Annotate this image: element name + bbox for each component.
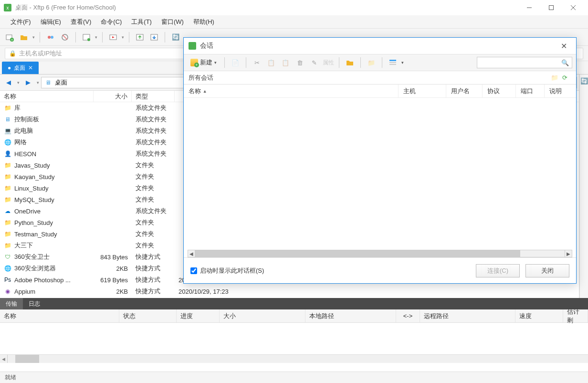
dialog-h-scrollbar[interactable]: ◀▶ bbox=[188, 250, 572, 257]
file-type: 快捷方式 bbox=[132, 276, 175, 284]
tcol-status[interactable]: 状态 bbox=[119, 309, 177, 322]
dialog-icon bbox=[189, 42, 196, 50]
properties-label[interactable]: 属性 bbox=[323, 59, 334, 67]
col-type[interactable]: 类型 bbox=[132, 91, 175, 102]
dialog-footer: 启动时显示此对话框(S) 连接(C) 关闭 bbox=[184, 257, 576, 283]
tab-log[interactable]: 日志 bbox=[23, 298, 46, 309]
new-folder-icon bbox=[190, 59, 198, 66]
close-dialog-button[interactable]: 关闭 bbox=[525, 264, 569, 277]
tcol-local[interactable]: 本地路径 bbox=[305, 309, 396, 322]
sync-refresh-icon[interactable]: 🔄 bbox=[580, 77, 588, 85]
disconnect-icon[interactable] bbox=[45, 32, 56, 43]
file-row[interactable]: ◉Appium2KB快捷方式2020/10/29, 17:23 bbox=[0, 286, 579, 297]
close-button[interactable] bbox=[562, 0, 584, 15]
tcol-name[interactable]: 名称 bbox=[0, 309, 119, 322]
tcol-remote[interactable]: 远程路径 bbox=[420, 309, 515, 322]
svg-rect-1 bbox=[549, 6, 554, 10]
startup-checkbox-input[interactable] bbox=[190, 267, 197, 274]
maximize-button[interactable] bbox=[540, 0, 562, 15]
file-name: Linux_Study bbox=[14, 185, 49, 192]
status-text: 就绪 bbox=[5, 373, 16, 382]
search-icon: 🔍 bbox=[561, 59, 569, 66]
tab-label: 桌面 bbox=[14, 64, 25, 72]
file-size: 2KB bbox=[94, 265, 132, 272]
desktop-icon: 🖥 bbox=[44, 79, 52, 86]
file-name: Appium bbox=[14, 288, 35, 295]
open-folder-icon[interactable] bbox=[18, 32, 30, 43]
cut-icon[interactable]: ✂ bbox=[251, 57, 262, 68]
tcol-dir[interactable]: <-> bbox=[396, 309, 420, 322]
app-icon: x bbox=[4, 4, 11, 11]
download-icon[interactable] bbox=[148, 32, 160, 43]
file-type-icon: 💻 bbox=[4, 127, 11, 135]
file-name: Javas_Study bbox=[14, 162, 50, 169]
file-type-icon: 👤 bbox=[4, 150, 11, 158]
new-session-icon[interactable]: + bbox=[4, 32, 15, 43]
paste-icon[interactable]: 📋 bbox=[280, 57, 291, 68]
play-icon[interactable] bbox=[107, 32, 119, 43]
file-type-icon: 📁 bbox=[4, 196, 11, 203]
folder-icon[interactable] bbox=[344, 57, 356, 68]
file-type: 快捷方式 bbox=[132, 264, 175, 273]
file-type-icon: 🌐 bbox=[4, 265, 11, 272]
view-icon[interactable] bbox=[387, 57, 399, 68]
new-session-button[interactable]: 新建 ▾ bbox=[188, 56, 220, 69]
up-folder-icon[interactable]: 📁 bbox=[366, 57, 377, 68]
file-type-icon: ☁ bbox=[4, 207, 11, 215]
tcol-eta[interactable]: 估计剩 bbox=[563, 309, 588, 322]
sync-icon[interactable] bbox=[81, 32, 92, 43]
dialog-search-input[interactable]: 🔍 bbox=[477, 57, 572, 68]
connect-button[interactable]: 连接(C) bbox=[476, 264, 520, 277]
tcol-progress[interactable]: 进度 bbox=[177, 309, 220, 322]
menu-command[interactable]: 命令(C) bbox=[96, 16, 126, 28]
copy-icon[interactable]: 📄 bbox=[230, 57, 241, 68]
upload-icon[interactable] bbox=[134, 32, 146, 43]
folder-path-icon[interactable]: 📁 bbox=[551, 74, 558, 81]
forward-button[interactable]: ▶ bbox=[21, 77, 35, 88]
dcol-port[interactable]: 端口 bbox=[516, 85, 545, 97]
tab-transfer[interactable]: 传输 bbox=[0, 298, 23, 309]
file-type: 系统文件夹 bbox=[132, 127, 175, 135]
status-bar: 就绪 bbox=[0, 372, 588, 383]
tab-desktop[interactable]: ● 桌面 ✕ bbox=[2, 62, 39, 74]
copy2-icon[interactable]: 📋 bbox=[265, 57, 277, 68]
file-type-icon: 🖥 bbox=[4, 116, 11, 123]
file-type: 文件夹 bbox=[132, 218, 175, 227]
right-collapsed-panel: 🔄 bbox=[579, 74, 588, 298]
back-button[interactable]: ◀ bbox=[2, 77, 15, 88]
tcol-size[interactable]: 大小 bbox=[220, 309, 305, 322]
menu-window[interactable]: 窗口(W) bbox=[157, 16, 189, 28]
dialog-column-headers: 名称 ▲ 主机 用户名 协议 端口 说明 bbox=[184, 85, 576, 98]
refresh-icon[interactable]: 🔄 bbox=[170, 32, 181, 43]
menu-file[interactable]: 文件(F) bbox=[6, 16, 36, 28]
dcol-proto[interactable]: 协议 bbox=[483, 85, 516, 97]
svg-point-12 bbox=[87, 38, 90, 41]
startup-checkbox[interactable]: 启动时显示此对话框(S) bbox=[190, 266, 264, 275]
dialog-close-button[interactable]: ✕ bbox=[556, 39, 571, 53]
dcol-name[interactable]: 名称 ▲ bbox=[184, 85, 399, 97]
file-name: MySQL_Study bbox=[14, 196, 54, 203]
minimize-button[interactable] bbox=[518, 0, 540, 15]
dcol-desc[interactable]: 说明 bbox=[545, 85, 576, 97]
menu-help[interactable]: 帮助(H) bbox=[189, 16, 219, 28]
dcol-user[interactable]: 用户名 bbox=[446, 85, 483, 97]
file-name: Testman_Study bbox=[14, 231, 57, 238]
rename-icon[interactable]: ✎ bbox=[308, 57, 320, 68]
menu-view[interactable]: 查看(V) bbox=[66, 16, 96, 28]
dcol-host[interactable]: 主机 bbox=[399, 85, 446, 97]
dialog-session-list[interactable]: ◀▶ bbox=[184, 98, 576, 257]
dialog-titlebar: 会话 ✕ bbox=[184, 38, 576, 54]
file-name: Kaoyan_Study bbox=[14, 173, 55, 181]
tcol-speed[interactable]: 速度 bbox=[515, 309, 563, 322]
horizontal-scrollbar[interactable]: ◀ bbox=[0, 354, 588, 363]
menu-edit[interactable]: 编辑(E) bbox=[36, 16, 66, 28]
col-size[interactable]: 大小 bbox=[94, 91, 132, 102]
delete-icon[interactable]: 🗑 bbox=[294, 57, 305, 68]
close-icon[interactable]: ✕ bbox=[28, 64, 33, 71]
refresh-path-icon[interactable]: ⟳ bbox=[562, 74, 567, 81]
col-name[interactable]: 名称 bbox=[0, 91, 94, 102]
bottom-tabs: 传输 日志 bbox=[0, 298, 588, 309]
reconnect-icon[interactable] bbox=[59, 32, 71, 43]
file-type: 文件夹 bbox=[132, 230, 175, 238]
menu-tools[interactable]: 工具(T) bbox=[126, 16, 157, 28]
